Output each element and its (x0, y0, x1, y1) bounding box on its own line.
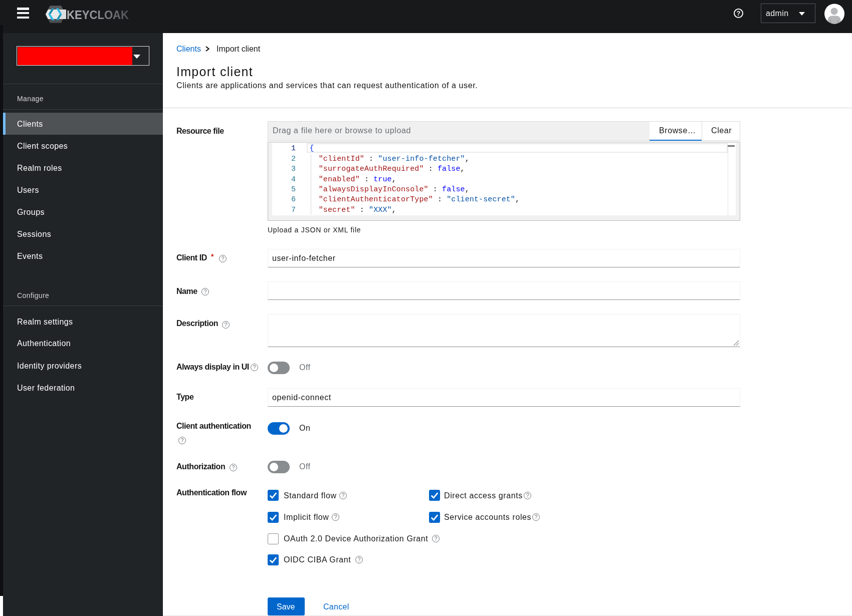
svg-text:KEYCLOAK: KEYCLOAK (67, 8, 129, 22)
